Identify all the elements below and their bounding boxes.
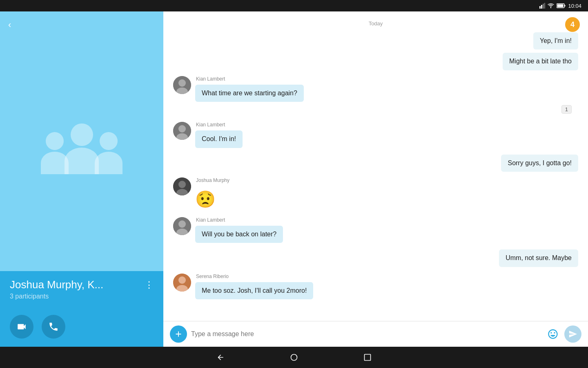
svg-rect-23 [365,355,371,361]
messages-scroll[interactable]: Today Yep, I'm in! Might be a bit late t… [163,11,588,321]
chat-area: 4 Today Yep, I'm in! Might be a bit late… [163,11,588,347]
sidebar-actions [0,308,163,347]
signal-icon [539,3,545,9]
table-row: Serena Riberio Me too soz. Josh, I'll ca… [173,274,578,301]
message-bubble: Sorry guys, I gotta go! [501,155,578,172]
input-area [163,321,588,347]
video-icon [16,321,27,332]
svg-point-8 [178,79,186,87]
main-content: ‹ [0,11,588,347]
svg-rect-5 [557,4,564,7]
message-bubble: Might be a bit late tho [503,53,578,70]
video-call-button[interactable] [10,315,33,339]
group-name: Joshua Murphy, K... [10,278,103,291]
svg-marker-0 [539,6,541,9]
message-input[interactable] [191,330,541,338]
sidebar: ‹ [0,11,163,347]
message-stack: Sorry guys, I gotta go! [501,155,578,173]
wifi-icon [548,3,554,9]
svg-marker-1 [541,5,542,9]
participants-count: 3 participants [10,293,154,300]
status-icons: 10:04 [539,3,581,9]
group-avatar [45,117,118,174]
send-icon [568,330,577,339]
svg-point-22 [291,355,297,361]
status-bar: 10:04 [0,0,588,11]
back-button[interactable]: ‹ [8,20,11,30]
avatar [173,76,191,94]
message-bubble: Will you be back on later? [195,226,283,243]
voice-call-button[interactable] [42,315,65,339]
message-bubble: Cool. I'm in! [195,130,243,148]
add-attachment-button[interactable] [170,325,187,343]
avatar [173,274,191,292]
table-row: Umm, not sure. Maybe [173,249,578,268]
table-row: Kian Lambert What time are we starting a… [173,76,578,103]
message-stack: Yep, I'm in! [533,32,578,51]
svg-marker-3 [544,3,545,9]
notification-badge[interactable]: 4 [565,17,580,32]
svg-point-20 [178,276,186,284]
emoji-button[interactable] [546,327,560,341]
more-options-button[interactable]: ⋮ [145,280,154,290]
sidebar-bottom: Joshua Murphy, K... ⋮ 3 participants [0,271,163,308]
group-name-row: Joshua Murphy, K... ⋮ [10,278,154,291]
message-stack: Kian Lambert What time are we starting a… [195,76,304,103]
date-divider: Today [173,20,578,27]
message-bubble-emoji: 😟 [195,186,229,212]
send-button[interactable] [564,325,581,343]
reaction-badge: 1 [561,105,572,114]
battery-icon [557,3,566,8]
message-stack: Joshua Murphy 😟 [195,177,229,214]
message-stack: Kian Lambert Will you be back on later? [195,217,283,245]
svg-rect-6 [565,5,566,7]
table-row: Sorry guys, I gotta go! [173,155,578,173]
phone-icon [48,321,59,332]
emoji-icon [547,328,559,340]
avatar [173,122,191,140]
message-bubble: What time are we starting again? [195,85,304,102]
table-row: Yep, I'm in! [173,32,578,51]
message-stack: Might be a bit late tho [503,53,578,72]
message-stack: Umm, not sure. Maybe [499,249,578,268]
status-time: 10:04 [568,3,581,9]
sender-name: Joshua Murphy [196,177,229,183]
table-row: Kian Lambert Cool. I'm in! [173,122,578,149]
svg-point-17 [178,220,186,228]
svg-point-14 [178,181,186,188]
message-bubble: Yep, I'm in! [533,32,578,49]
message-bubble: Umm, not sure. Maybe [499,249,578,267]
table-row: Joshua Murphy 😟 [173,177,578,214]
nav-bar [0,347,588,368]
message-stack: Kian Lambert Cool. I'm in! [195,122,243,149]
svg-point-11 [178,125,186,132]
recents-nav-button[interactable] [363,353,372,361]
avatar [173,177,191,195]
back-nav-button[interactable] [216,353,225,361]
sender-name: Serena Riberio [196,274,313,279]
table-row: Kian Lambert Will you be back on later? [173,217,578,245]
sender-name: Kian Lambert [196,76,304,82]
table-row: Might be a bit late tho [173,53,578,72]
svg-marker-2 [543,4,544,9]
silhouette-right [95,132,122,174]
home-nav-button[interactable] [290,353,298,361]
avatar [173,217,191,235]
message-bubble: Me too soz. Josh, I'll call you 2moro! [195,282,313,299]
sender-name: Kian Lambert [196,122,243,128]
silhouette-center [65,123,99,174]
sender-name: Kian Lambert [196,217,283,223]
plus-icon [174,330,183,339]
sidebar-top: ‹ [0,11,163,271]
message-stack: Serena Riberio Me too soz. Josh, I'll ca… [195,274,313,301]
